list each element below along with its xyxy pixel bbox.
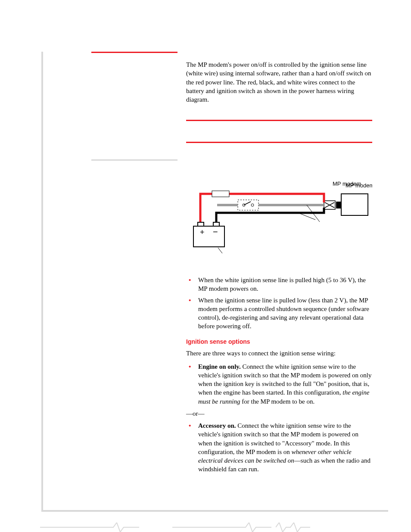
body-block: When the white ignition sense line is pu… — [186, 276, 372, 476]
bullet-text: When the white ignition sense line is pu… — [198, 277, 366, 292]
figure-rule-bottom — [186, 142, 372, 143]
sidebar-rule-grey — [91, 159, 177, 161]
option-list-2: Accessory on. Connect the white ignition… — [186, 421, 372, 474]
svg-rect-1 — [336, 202, 341, 208]
list-item: When the ignition sense line is pulled l… — [186, 296, 372, 331]
option-lead: Accessory on. — [198, 422, 236, 429]
svg-rect-0 — [341, 194, 368, 215]
option-lead: Engine on only. — [198, 363, 241, 370]
bullet-text: When the ignition sense line is pulled l… — [198, 297, 369, 330]
options-intro: There are three ways to connect the igni… — [186, 349, 372, 358]
svg-rect-15 — [198, 222, 204, 226]
svg-rect-8 — [238, 200, 258, 210]
pulse-wave-icon — [172, 523, 271, 532]
svg-rect-7 — [212, 191, 229, 197]
list-item: When the white ignition sense line is pu… — [186, 276, 372, 293]
margin-rule-vertical — [41, 52, 43, 512]
margin-rule-horizontal — [41, 510, 388, 512]
svg-point-10 — [251, 204, 254, 206]
svg-rect-14 — [193, 226, 224, 247]
svg-text:+: + — [200, 228, 205, 236]
figure-rule-top — [186, 120, 372, 121]
option-list-1: Engine on only. Connect the white igniti… — [186, 362, 372, 406]
wiring-diagram: MP modem + − — [186, 168, 372, 258]
svg-text:−: − — [213, 227, 218, 236]
option-tail: for the MP modem to be on. — [240, 398, 315, 405]
mp-modem-label-text: MP modem — [333, 180, 361, 188]
svg-rect-16 — [213, 222, 219, 226]
sense-bullet-list: When the white ignition sense line is pu… — [186, 276, 372, 331]
intro-block: The MP modem's power on/off is controlle… — [186, 60, 372, 108]
pulse-wave-icon — [276, 523, 310, 532]
ignition-options-heading: Ignition sense options — [186, 338, 372, 346]
list-item: Engine on only. Connect the white igniti… — [186, 362, 372, 406]
section-rule-red-short — [91, 52, 177, 53]
page: The MP modem's power on/off is controlle… — [0, 0, 411, 532]
or-separator: —or— — [186, 409, 372, 418]
intro-paragraph: The MP modem's power on/off is controlle… — [186, 60, 372, 104]
svg-line-19 — [218, 248, 222, 253]
list-item: Accessory on. Connect the white ignition… — [186, 421, 372, 474]
pulse-wave-icon — [40, 523, 139, 532]
